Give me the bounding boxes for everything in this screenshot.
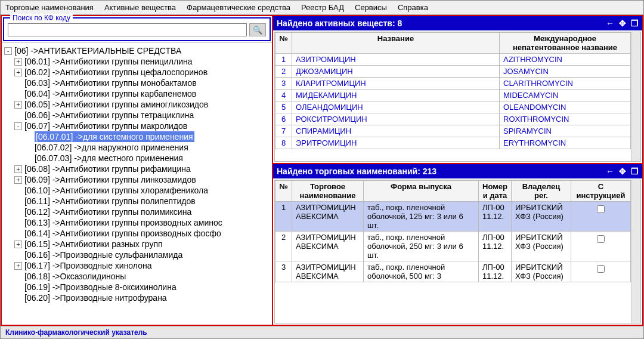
col-num[interactable]: № [275,181,292,202]
tree-node[interactable]: -[06.07] ->Антибиотики группы макролидов [3,121,271,131]
row-name[interactable]: АЗИТРОМИЦИН [292,54,500,66]
tree-node[interactable]: [06.14] ->Антибиотики группы производных… [3,228,271,239]
col-regnum[interactable]: Номер и дата [479,181,512,202]
tree-view[interactable]: -[06] ->АНТИБАКТЕРИАЛЬНЫЕ СРЕДСТВА+[06.0… [2,42,272,325]
expand-icon[interactable]: + [14,69,22,76]
tree-node[interactable]: -[06] ->АНТИБАКТЕРИАЛЬНЫЕ СРЕДСТВА [3,45,271,56]
menu-pharma-means[interactable]: Фармацевтические средства [187,3,290,12]
tree-node[interactable]: +[06.01] ->Антибиотики группы пенициллин… [3,56,271,67]
menu-trade-names[interactable]: Торговые наименования [5,3,94,12]
col-num[interactable]: № [275,33,292,54]
row-trade-name[interactable]: АЗИТРОМИЦИН АВЕКСИМА [292,232,364,261]
row-owner: ИРБИТСКИЙ ХФЗ (Россия) [512,261,571,282]
tree-node[interactable]: +[06.09] ->Антибиотики группы линкозамид… [3,174,271,185]
row-inn[interactable]: MIDECAMYCIN [500,90,631,101]
tree-node[interactable]: [06.07.02] ->для наружного применения [3,142,271,153]
tree-node[interactable]: [06.19] ->Производные 8-оксихинолина [3,282,271,292]
row-num: 2 [275,66,292,78]
search-input[interactable] [8,23,247,36]
table-row[interactable]: 7СПИРАМИЦИНSPIRAMYCIN [275,125,631,137]
tree-node[interactable]: [06.13] ->Антибиотики группы производных… [3,217,271,228]
col-name[interactable]: Название [292,33,500,54]
table-row[interactable]: 3АЗИТРОМИЦИН АВЕКСИМАтаб., покр. пленочн… [275,261,631,282]
row-name[interactable]: ЭРИТРОМИЦИН [292,137,500,149]
instr-checkbox[interactable] [597,205,605,213]
col-instr[interactable]: С инструкцией [571,181,631,202]
row-name[interactable]: ДЖОЗАМИЦИН [292,66,500,78]
row-trade-name[interactable]: АЗИТРОМИЦИН АВЕКСИМА [292,261,364,282]
row-name[interactable]: МИДЕКАМИЦИН [292,90,500,101]
row-inn[interactable]: ROXITHROMYCIN [500,113,631,125]
tree-node[interactable]: [06.04] ->Антибиотики группы карбапенемо… [3,88,271,99]
tree-node[interactable]: [06.03] ->Антибиотики группы монобактамо… [3,78,271,88]
row-name[interactable]: РОКСИТРОМИЦИН [292,113,500,125]
instr-checkbox[interactable] [597,265,605,273]
expand-icon[interactable]: + [14,165,22,173]
tree-node[interactable]: [06.12] ->Антибиотики группы полимиксина [3,207,271,217]
tree-node[interactable]: [06.07.01] ->для системного применения [3,131,271,142]
back-icon[interactable]: ← [606,19,614,28]
row-trade-name[interactable]: АЗИТРОМИЦИН АВЕКСИМА [292,202,364,232]
table-row[interactable]: 2АЗИТРОМИЦИН АВЕКСИМАтаб., покр. пленочн… [275,232,631,261]
expand-icon[interactable]: - [14,122,22,130]
move-icon[interactable]: ✥ [619,167,626,176]
move-icon[interactable]: ✥ [619,19,626,28]
table-row[interactable]: 3КЛАРИТРОМИЦИНCLARITHROMYCIN [275,78,631,90]
row-inn[interactable]: ERYTHROMYCIN [500,137,631,149]
table-row[interactable]: 2ДЖОЗАМИЦИНJOSAMYCIN [275,66,631,78]
search-button[interactable]: 🔍 [249,23,266,36]
table-row[interactable]: 6РОКСИТРОМИЦИНROXITHROMYCIN [275,113,631,125]
row-inn[interactable]: OLEANDOMYCIN [500,101,631,113]
expand-icon[interactable]: + [14,101,22,109]
tree-node[interactable]: [06.06] ->Антибиотики группы тетрациклин… [3,110,271,121]
trade-grid-wrap[interactable]: № Торговое наименование Форма выпуска Но… [274,180,641,323]
tree-node[interactable]: [06.10] ->Антибиотики группы хлорамфеник… [3,185,271,196]
table-row[interactable]: 1АЗИТРОМИЦИНAZITHROMYCIN [275,54,631,66]
table-row[interactable]: 5ОЛЕАНДОМИЦИНOLEANDOMYCIN [275,101,631,113]
active-grid-wrap[interactable]: № Название Международное непатентованное… [274,32,641,162]
menu-active-substances[interactable]: Активные вещества [104,3,176,12]
search-legend: Поиск по КФ коду [10,14,73,22]
tree-node[interactable]: [06.16] ->Производные сульфаниламида [3,249,271,260]
scrollbar[interactable] [631,32,640,161]
tree-node[interactable]: [06.11] ->Антибиотики группы полипептидо… [3,196,271,207]
instr-checkbox[interactable] [597,235,605,243]
row-inn[interactable]: JOSAMYCIN [500,66,631,78]
row-inn[interactable]: AZITHROMYCIN [500,54,631,66]
menu-help[interactable]: Справка [398,3,428,12]
tree-node[interactable]: [06.18] ->Оксазолидиноны [3,271,271,282]
table-row[interactable]: 8ЭРИТРОМИЦИНERYTHROMYCIN [275,137,631,149]
row-inn[interactable]: CLARITHROMYCIN [500,78,631,90]
tree-node[interactable]: [06.07.03] ->для местного применения [3,153,271,164]
row-name[interactable]: ОЛЕАНДОМИЦИН [292,101,500,113]
tree-node[interactable]: +[06.08] ->Антибиотики группы рифамицина [3,164,271,174]
col-trade-name[interactable]: Торговое наименование [292,181,364,202]
expand-icon[interactable]: + [14,241,22,248]
tree-node[interactable]: +[06.15] ->Антибиотики разных групп [3,239,271,249]
main-body: Поиск по КФ коду 🔍 -[06] ->АНТИБАКТЕРИАЛ… [1,15,643,326]
table-row[interactable]: 1АЗИТРОМИЦИН АВЕКСИМАтаб., покр. пленочн… [275,202,631,232]
row-num: 7 [275,125,292,137]
expand-icon[interactable]: + [14,262,22,270]
col-inn[interactable]: Международное непатентованное название [500,33,631,54]
tree-node[interactable]: +[06.17] ->Производные хинолона [3,260,271,271]
col-owner[interactable]: Владелец рег. [512,181,571,202]
table-row[interactable]: 4МИДЕКАМИЦИНMIDECAMYCIN [275,90,631,101]
expand-icon[interactable]: + [14,176,22,184]
expand-icon[interactable]: + [14,58,22,66]
expand-icon[interactable]: - [4,47,12,55]
scrollbar[interactable] [631,180,640,323]
menu-services[interactable]: Сервисы [355,3,387,12]
row-name[interactable]: КЛАРИТРОМИЦИН [292,78,500,90]
tree-node-label: [06.07.01] ->для системного применения [35,131,194,142]
menu-bad-registry[interactable]: Реестр БАД [301,3,344,12]
col-form[interactable]: Форма выпуска [364,181,479,202]
copy-icon[interactable]: ❐ [631,19,639,28]
tree-node[interactable]: +[06.02] ->Антибиотики группы цефалоспор… [3,67,271,78]
tree-node[interactable]: +[06.05] ->Антибиотики группы аминоглико… [3,99,271,110]
back-icon[interactable]: ← [606,167,614,176]
tree-node[interactable]: [06.20] ->Производные нитрофурана [3,292,271,303]
copy-icon[interactable]: ❐ [631,167,639,176]
row-inn[interactable]: SPIRAMYCIN [500,125,631,137]
row-name[interactable]: СПИРАМИЦИН [292,125,500,137]
